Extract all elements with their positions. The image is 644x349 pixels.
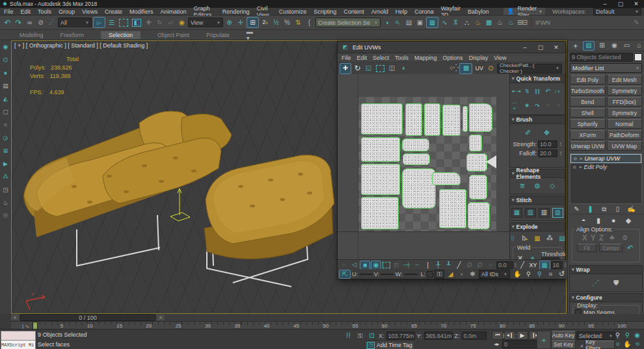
render-iterative-icon[interactable]: ♨ bbox=[506, 18, 516, 27]
filter-faces-icon[interactable]: ◖ bbox=[457, 270, 466, 278]
uv-island[interactable] bbox=[424, 103, 440, 136]
mirror-icon[interactable]: ◑ bbox=[382, 18, 392, 27]
w-field[interactable] bbox=[404, 274, 418, 275]
placement-icon[interactable]: ◉ bbox=[177, 18, 187, 27]
pen-toggle-icon[interactable]: ✎ bbox=[632, 18, 641, 27]
align-view-icon[interactable]: ⦶ bbox=[620, 234, 630, 242]
window-crossing-icon[interactable]: ◧ bbox=[132, 19, 141, 27]
uvw-freeform-icon[interactable] bbox=[376, 65, 384, 72]
uv-island[interactable] bbox=[361, 197, 399, 229]
redo-icon[interactable]: ↷ bbox=[14, 18, 23, 27]
modifier-button[interactable]: TurboSmooth bbox=[570, 86, 606, 96]
cone-icon[interactable]: ◭ bbox=[1, 95, 10, 103]
align-element-icon[interactable]: ❖ bbox=[522, 102, 532, 110]
spinner-snap-icon[interactable]: ⇅ bbox=[293, 18, 303, 27]
rectangular-selection-region-icon[interactable] bbox=[119, 19, 128, 27]
uvw-move-icon[interactable]: ✚ bbox=[340, 63, 351, 74]
menu-file[interactable]: File bbox=[4, 8, 14, 15]
rollout-brush[interactable]: ▾Brush bbox=[509, 115, 565, 124]
uv-island[interactable] bbox=[439, 189, 466, 228]
tab-populate[interactable]: Populate bbox=[206, 32, 230, 38]
v-field[interactable] bbox=[381, 274, 394, 275]
lock-selection-icon[interactable]: ⚿ bbox=[435, 270, 444, 279]
relax-brush-icon[interactable]: ❖ bbox=[542, 129, 552, 137]
maxscript-mini-listener[interactable] bbox=[1, 331, 36, 341]
maxscript-mini-listener-white[interactable]: MAXScript Mi bbox=[1, 340, 36, 349]
tab-display-icon[interactable]: ▭ bbox=[622, 42, 632, 50]
schematic-view-icon[interactable]: ⊼ bbox=[451, 18, 461, 27]
select-loop-icon[interactable]: ┄┼ bbox=[402, 261, 412, 269]
box-select-icon[interactable]: ◳ bbox=[1, 186, 10, 194]
falloff-field[interactable]: 20.0 bbox=[538, 149, 557, 157]
rollout-reshape[interactable]: ▾Reshape Elements bbox=[509, 169, 565, 178]
flatten-icon[interactable]: ▤ bbox=[557, 235, 566, 243]
uv-texture-space[interactable] bbox=[358, 97, 496, 231]
zoom-extents-icon[interactable]: ⌗ bbox=[546, 270, 556, 278]
rollout-configure[interactable]: ▾Configure bbox=[569, 293, 643, 302]
snap-grid-icon[interactable]: ▦ bbox=[539, 261, 550, 270]
edit-uvws-dialog[interactable]: ◩ Edit UVWs – ▢ ✕ File Edit Select Tools… bbox=[337, 41, 566, 279]
teapot-icon[interactable]: ♨ bbox=[1, 199, 10, 207]
uvw-menu-edit[interactable]: Edit bbox=[357, 55, 368, 61]
tab-modify-icon[interactable]: ▧ bbox=[583, 41, 595, 51]
zoom-viewport-icon[interactable]: ⚲ bbox=[613, 331, 623, 339]
visibility-bulb-icon[interactable]: ☼ bbox=[572, 163, 578, 172]
uv-island[interactable] bbox=[469, 175, 487, 200]
modifier-button[interactable]: XForm bbox=[570, 130, 606, 140]
x-coord-field[interactable]: 103.775m bbox=[386, 331, 415, 340]
tab-create-icon[interactable]: ＋ bbox=[570, 42, 580, 50]
xy-space-label[interactable]: XY bbox=[530, 262, 537, 268]
uvw-mirror2-icon[interactable]: ◑ bbox=[398, 64, 408, 73]
maximize-button[interactable]: ▢ bbox=[613, 1, 628, 8]
uvw-uv-label[interactable]: UV bbox=[475, 65, 483, 71]
shape-icon[interactable]: ▢ bbox=[1, 108, 10, 116]
center-button[interactable]: Center bbox=[599, 244, 623, 252]
rollout-wrap[interactable]: ▾Wrap bbox=[569, 265, 643, 274]
named-selection-set-dropdown[interactable]: Create Selection Se▼ bbox=[315, 18, 381, 27]
uvw-rotate-icon[interactable]: ↻ bbox=[353, 64, 362, 73]
reshape-sphere-icon[interactable]: ◍ bbox=[533, 182, 543, 190]
face-mode-icon[interactable]: ■ bbox=[360, 261, 370, 270]
torus-icon[interactable]: ○ bbox=[1, 121, 10, 129]
rotate-icon[interactable]: ↻ bbox=[155, 18, 165, 27]
move-icon[interactable]: ✚ bbox=[144, 18, 154, 27]
uvw-minimize-button[interactable]: – bbox=[518, 44, 531, 51]
vertex-mode-icon[interactable]: ⁘ bbox=[339, 261, 349, 269]
uvw-menu-view[interactable]: View bbox=[494, 55, 506, 61]
selection-filter-dropdown[interactable]: All▼ bbox=[58, 18, 92, 27]
align-normal-icon[interactable]: ☘ bbox=[607, 234, 617, 242]
modifier-button[interactable]: UVW Map bbox=[607, 141, 643, 151]
render-production-icon[interactable]: ♨ bbox=[495, 18, 505, 27]
zoom-icon[interactable]: ⚲ bbox=[524, 270, 533, 278]
menu-customize[interactable]: Customize bbox=[279, 8, 307, 15]
menu-arnold[interactable]: Arnold bbox=[371, 8, 388, 15]
show-end-result-icon[interactable]: ❚ bbox=[585, 205, 595, 214]
render-setup-icon[interactable]: ♨ bbox=[473, 18, 483, 27]
cylindrical-map-icon[interactable]: ▮ bbox=[594, 216, 604, 225]
circle-select2-icon[interactable]: ∅ bbox=[475, 261, 485, 269]
menu-views[interactable]: Views bbox=[82, 8, 98, 15]
distribute2-icon[interactable]: ⁙ bbox=[554, 102, 563, 110]
uvw-menu-file[interactable]: File bbox=[342, 55, 351, 61]
modifier-button[interactable]: Normal bbox=[607, 119, 643, 129]
uvw-maximize-button[interactable]: ▢ bbox=[534, 44, 547, 51]
uv-island[interactable] bbox=[466, 153, 487, 172]
uvw-menu-mapping[interactable]: Mapping bbox=[414, 55, 437, 61]
signin-dropdown[interactable]: 👤 Render Slav...▼ bbox=[503, 8, 545, 15]
modifier-list-dropdown[interactable]: Modifier List▼ bbox=[570, 63, 642, 73]
u-field[interactable] bbox=[359, 274, 373, 275]
uvw-texture-dropdown[interactable]: CheckerPatt.. ( Checker )▼ bbox=[497, 64, 562, 73]
tab-motion-icon[interactable]: ◉ bbox=[610, 42, 619, 50]
minimize-button[interactable]: – bbox=[597, 1, 613, 8]
current-frame-display[interactable]: 0 / 100 bbox=[20, 314, 155, 321]
uv-island[interactable] bbox=[361, 164, 400, 195]
material-editor-icon[interactable]: ⛬ bbox=[462, 18, 472, 27]
pan-view-icon[interactable]: ✋ bbox=[623, 340, 632, 348]
zoom-region-icon[interactable]: ⚲ bbox=[535, 270, 544, 278]
play-anim-icon[interactable]: ▶ bbox=[1, 160, 10, 168]
percent-snap-icon[interactable]: ½ bbox=[271, 18, 281, 27]
menu-tools[interactable]: Tools bbox=[38, 8, 51, 15]
stitch-source-icon[interactable]: ▥ bbox=[525, 208, 536, 218]
modifier-button[interactable]: Bend bbox=[570, 97, 606, 107]
target-weld-icon[interactable]: ⌖ bbox=[528, 254, 537, 260]
